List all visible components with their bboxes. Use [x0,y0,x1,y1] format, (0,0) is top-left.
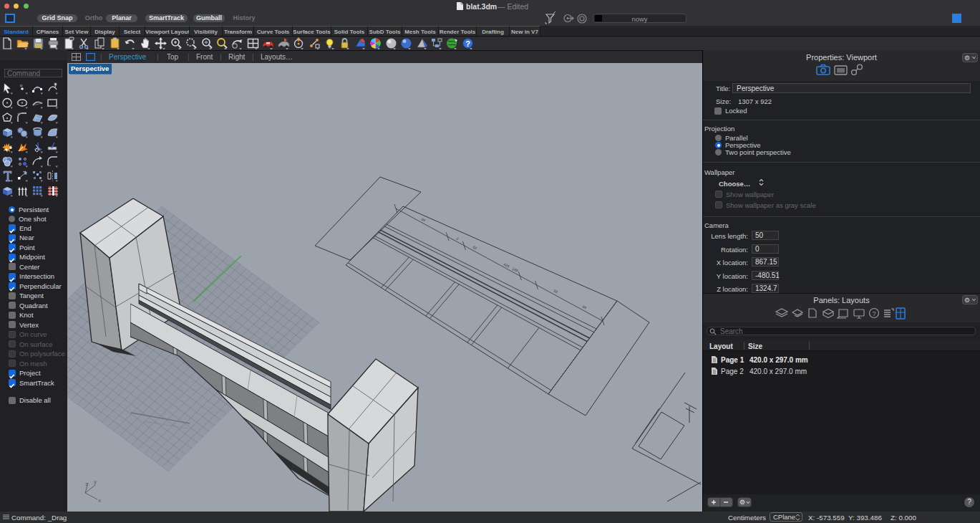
svg-text:y: y [94,479,97,485]
svg-text:o: o [20,83,23,87]
svg-text:⚙: ⚙ [964,54,970,62]
svg-text:?: ? [465,39,470,48]
svg-text:x: x [98,497,101,504]
svg-text:?: ? [872,310,875,317]
svg-text:⚙: ⚙ [964,297,970,304]
svg-text:⚙: ⚙ [739,499,745,506]
svg-text:z: z [85,481,88,487]
